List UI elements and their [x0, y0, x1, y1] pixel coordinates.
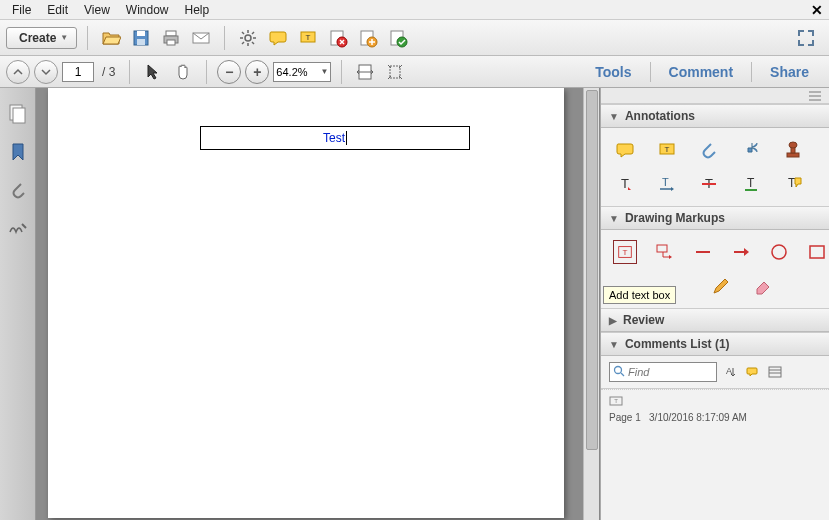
annotation-text: Test: [323, 131, 345, 145]
fit-page-icon[interactable]: [382, 59, 408, 85]
panel-options-row: [601, 88, 829, 104]
tab-comment[interactable]: Comment: [655, 58, 748, 86]
strikethrough-tool-icon[interactable]: T: [697, 172, 721, 196]
triangle-down-icon: ▼: [609, 339, 619, 350]
add-note-to-text-tool-icon[interactable]: T: [781, 172, 805, 196]
highlight-tool-icon[interactable]: T: [655, 138, 679, 162]
oval-tool-icon[interactable]: [769, 240, 789, 264]
save-icon[interactable]: [128, 25, 154, 51]
main-area: Test ▼ Annotations T: [0, 88, 829, 520]
open-folder-icon[interactable]: [98, 25, 124, 51]
scrollbar-thumb[interactable]: [586, 90, 598, 450]
svg-line-14: [242, 32, 244, 34]
filter-comments-icon[interactable]: [745, 364, 761, 380]
window-close-icon[interactable]: ✕: [811, 2, 823, 18]
hand-tool-icon[interactable]: [170, 59, 196, 85]
create-button-label: Create: [19, 31, 56, 45]
panel-menu-icon[interactable]: [807, 88, 823, 104]
doc-check-icon[interactable]: [385, 25, 411, 51]
svg-text:T: T: [306, 33, 311, 42]
svg-text:T: T: [614, 398, 618, 404]
attachments-icon[interactable]: [6, 178, 30, 202]
record-audio-tool-icon[interactable]: [739, 138, 763, 162]
svg-rect-40: [787, 153, 799, 157]
print-icon[interactable]: [158, 25, 184, 51]
highlight-text-icon[interactable]: T: [295, 25, 321, 51]
find-comments-input[interactable]: [628, 366, 706, 378]
document-viewport[interactable]: Test: [36, 88, 600, 520]
comment-entry[interactable]: T Page 1 3/10/2016 8:17:09 AM: [601, 389, 829, 429]
comment-bubble-icon[interactable]: [265, 25, 291, 51]
create-button[interactable]: Create ▼: [6, 27, 77, 49]
stamp-tool-icon[interactable]: [781, 138, 805, 162]
menu-help[interactable]: Help: [177, 1, 218, 19]
replace-text-tool-icon[interactable]: T: [655, 172, 679, 196]
zoom-in-button[interactable]: +: [245, 60, 269, 84]
options-comments-icon[interactable]: [767, 364, 783, 380]
underline-tool-icon[interactable]: T: [739, 172, 763, 196]
doc-add-icon[interactable]: [355, 25, 381, 51]
zoom-level-select[interactable]: 64.2% ▼: [273, 62, 331, 82]
tab-tools[interactable]: Tools: [581, 58, 645, 86]
fit-width-icon[interactable]: [352, 59, 378, 85]
text-box-annotation[interactable]: Test: [200, 126, 470, 150]
page-up-button[interactable]: [6, 60, 30, 84]
zoom-value-label: 64.2%: [276, 66, 307, 78]
drawing-markups-body: T Add text box: [601, 230, 829, 308]
page-thumbnails-icon[interactable]: [6, 102, 30, 126]
expand-icon[interactable]: [793, 25, 819, 51]
insert-text-tool-icon[interactable]: T: [613, 172, 637, 196]
svg-rect-61: [769, 367, 781, 377]
callout-tool-icon[interactable]: [655, 240, 675, 264]
triangle-down-icon: ▼: [609, 111, 619, 122]
svg-rect-4: [137, 39, 145, 45]
menu-view[interactable]: View: [76, 1, 118, 19]
comment-panel: ▼ Annotations T T T T T T ▼ Drawing Mark…: [600, 88, 829, 520]
signatures-icon[interactable]: [6, 216, 30, 240]
menu-edit[interactable]: Edit: [39, 1, 76, 19]
drawing-markups-label: Drawing Markups: [625, 211, 725, 225]
mail-icon[interactable]: [188, 25, 214, 51]
sticky-note-tool-icon[interactable]: [613, 138, 637, 162]
stamp-remove-icon[interactable]: [325, 25, 351, 51]
line-tool-icon[interactable]: [693, 240, 713, 264]
review-section-header[interactable]: ▶ Review: [601, 308, 829, 332]
svg-rect-34: [13, 108, 25, 123]
eraser-tool-icon[interactable]: [751, 274, 775, 298]
toolbar-primary: Create ▼ T: [0, 20, 829, 56]
bookmarks-icon[interactable]: [6, 140, 30, 164]
tab-share[interactable]: Share: [756, 58, 823, 86]
svg-line-15: [252, 42, 254, 44]
vertical-scrollbar[interactable]: [583, 88, 599, 520]
svg-rect-5: [166, 31, 176, 36]
page-down-button[interactable]: [34, 60, 58, 84]
page-number-input[interactable]: [62, 62, 94, 82]
svg-text:T: T: [623, 248, 628, 257]
comments-list-section-header[interactable]: ▼ Comments List (1): [601, 332, 829, 356]
rectangle-tool-icon[interactable]: [807, 240, 827, 264]
menu-window[interactable]: Window: [118, 1, 177, 19]
zoom-out-button[interactable]: −: [217, 60, 241, 84]
chevron-down-icon: ▼: [60, 33, 68, 42]
svg-line-59: [621, 373, 624, 376]
triangle-down-icon: ▼: [609, 213, 619, 224]
pencil-tool-icon[interactable]: [709, 274, 733, 298]
gear-icon[interactable]: [235, 25, 261, 51]
drawing-markups-section-header[interactable]: ▼ Drawing Markups: [601, 206, 829, 230]
svg-point-9: [245, 35, 251, 41]
attach-file-tool-icon[interactable]: [697, 138, 721, 162]
annotations-section-header[interactable]: ▼ Annotations: [601, 104, 829, 128]
find-comments-input-wrapper[interactable]: [609, 362, 717, 382]
svg-rect-7: [167, 40, 175, 45]
svg-rect-32: [390, 66, 400, 78]
arrow-tool-icon[interactable]: [731, 240, 751, 264]
chevron-down-icon: ▼: [320, 67, 328, 76]
text-box-tool-icon[interactable]: T: [613, 240, 637, 264]
menu-file[interactable]: File: [4, 1, 39, 19]
select-tool-icon[interactable]: [140, 59, 166, 85]
comment-page-label: Page 1: [609, 412, 641, 423]
sort-comments-icon[interactable]: A: [723, 364, 739, 380]
svg-text:T: T: [662, 176, 669, 188]
svg-rect-3: [137, 31, 145, 36]
svg-text:T: T: [665, 145, 670, 154]
